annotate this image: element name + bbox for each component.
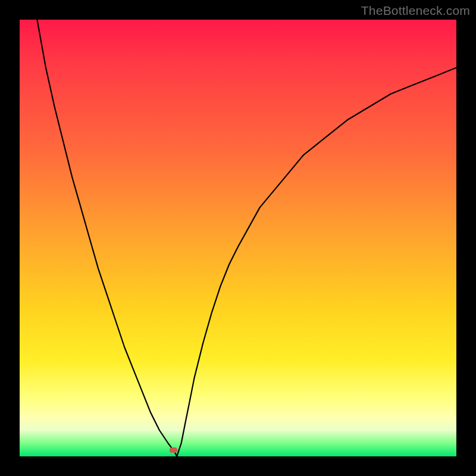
min-point-marker [170, 447, 177, 453]
watermark-text: TheBottleneck.com [361, 4, 470, 18]
plot-area [20, 20, 456, 456]
bottleneck-curve [20, 20, 456, 456]
outer-frame: TheBottleneck.com [0, 0, 476, 476]
